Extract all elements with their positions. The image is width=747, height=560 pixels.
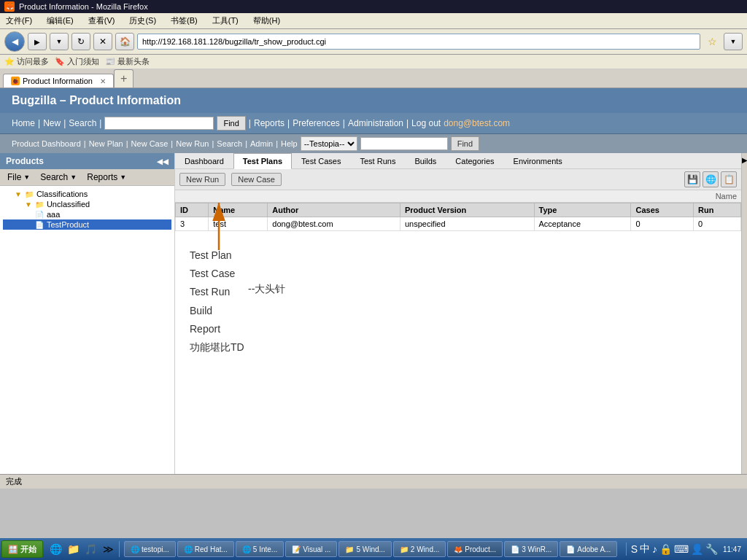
stop-button[interactable]: ✕ xyxy=(93,33,112,50)
sidebar-collapse-button[interactable]: ◀◀ xyxy=(157,158,169,166)
sidebar-file-menu[interactable]: File ▼ xyxy=(3,171,34,184)
browser-tab-product[interactable]: 🐞 Product Information ✕ xyxy=(3,74,114,88)
taskbar-folder-icon[interactable]: 📁 xyxy=(65,541,81,557)
tree-item-unclassified[interactable]: ▼ 📁 Unclassified xyxy=(3,199,171,209)
annotation-line-3: Test Run xyxy=(190,283,244,301)
nav-home[interactable]: Home xyxy=(12,118,35,128)
taskbar-item-testopi[interactable]: 🌐 testopi... xyxy=(124,541,176,557)
bookmark-visited[interactable]: ⭐ 访问最多 xyxy=(4,56,49,67)
testopia-select[interactable]: --Testopia-- xyxy=(301,136,357,151)
nav-product-dashboard[interactable]: Product Dashboard xyxy=(12,139,81,148)
menu-file[interactable]: 文件(F) xyxy=(3,15,35,27)
table-row[interactable]: 3 test dong@btest.com unspecified Accept… xyxy=(176,217,741,231)
back-button[interactable]: ◀ xyxy=(4,31,25,52)
top-search-input[interactable] xyxy=(104,117,214,130)
menu-bookmarks[interactable]: 书签(B) xyxy=(168,15,201,27)
tab-test-plans[interactable]: Test Plans xyxy=(233,153,292,169)
taskbar-item-redhat[interactable]: 🌐 Red Hat... xyxy=(177,541,234,557)
tray-icon-keyboard[interactable]: ⌨ xyxy=(674,543,689,555)
dropdown-history-button[interactable]: ▼ xyxy=(50,33,69,50)
menu-edit[interactable]: 编辑(E) xyxy=(44,15,77,27)
address-bar[interactable] xyxy=(137,34,700,50)
menu-help[interactable]: 帮助(H) xyxy=(250,15,283,27)
new-case-button[interactable]: New Case xyxy=(231,173,282,186)
tab-test-runs[interactable]: Test Runs xyxy=(350,153,405,168)
taskbar-media-icon[interactable]: 🎵 xyxy=(82,541,98,557)
nav-user[interactable]: dong@btest.com xyxy=(444,118,510,128)
tray-icon-settings[interactable]: 🔧 xyxy=(705,543,718,555)
start-button[interactable]: 🪟 开始 xyxy=(1,540,43,558)
taskbar-ie-icon[interactable]: 🌐 xyxy=(47,541,63,557)
sidebar-reports-menu[interactable]: Reports ▼ xyxy=(82,171,131,184)
forward-button[interactable]: ▶ xyxy=(28,33,47,50)
menu-history[interactable]: 历史(S) xyxy=(126,15,159,27)
nav-help[interactable]: Help xyxy=(281,139,298,148)
taskbar-item-visual[interactable]: 📝 Visual ... xyxy=(285,541,337,557)
tray-icon-s[interactable]: S xyxy=(631,543,638,555)
nav-menu-button[interactable]: ▼ xyxy=(724,33,743,50)
save-icon-button[interactable]: 💾 xyxy=(684,171,700,187)
tray-icon-lock[interactable]: 🔒 xyxy=(659,543,672,555)
taskbar-item-product[interactable]: 🦊 Product... xyxy=(447,541,503,557)
bookmark-icon-3: 📰 xyxy=(105,57,115,66)
taskbar-extra-icon[interactable]: ≫ xyxy=(100,541,116,557)
taskbar-item-icon-5: 📁 xyxy=(345,545,354,553)
second-find-button[interactable]: Find xyxy=(451,136,479,151)
nav-search[interactable]: Search xyxy=(69,118,96,128)
bookmark-news[interactable]: 📰 最新头条 xyxy=(105,56,150,67)
tree-label: Unclassified xyxy=(47,200,90,209)
taskbar-item-wind1[interactable]: 📁 5 Wind... xyxy=(338,541,391,557)
tree-item-aaa[interactable]: 📄 aaa xyxy=(3,209,171,219)
menu-tools[interactable]: 工具(T) xyxy=(209,15,241,27)
refresh-icon-button[interactable]: 🌐 xyxy=(703,171,719,187)
home-button[interactable]: 🏠 xyxy=(115,33,134,50)
nav-search-2[interactable]: Search xyxy=(217,139,242,148)
nav-administration[interactable]: Administration xyxy=(348,118,403,128)
tab-test-cases[interactable]: Test Cases xyxy=(292,153,350,168)
menu-view[interactable]: 查看(V) xyxy=(85,15,118,27)
firefox-icon: 🦊 xyxy=(4,1,15,12)
sidebar-title: Products xyxy=(6,156,44,166)
title-bar: 🦊 Product Information - Mozilla Firefox xyxy=(0,0,747,13)
taskbar-item-adobe[interactable]: 📄 Adobe A... xyxy=(560,541,617,557)
tab-categories[interactable]: Categories xyxy=(446,153,503,168)
sidebar-search-menu[interactable]: Search ▼ xyxy=(36,171,81,184)
reload-button[interactable]: ↻ xyxy=(71,33,90,50)
tree-item-testproduct[interactable]: 📄 TestProduct xyxy=(3,219,171,230)
nav-new-case[interactable]: New Case xyxy=(131,139,169,148)
tab-environments[interactable]: Environments xyxy=(504,153,572,168)
taskbar-item-wind2[interactable]: 📁 2 Wind... xyxy=(393,541,446,557)
taskbar-item-winr[interactable]: 📄 3 WinR... xyxy=(504,541,558,557)
nav-reports[interactable]: Reports xyxy=(254,118,285,128)
second-search-input[interactable] xyxy=(360,137,448,150)
nav-new-run[interactable]: New Run xyxy=(176,139,209,148)
top-find-button[interactable]: Find xyxy=(217,116,245,131)
nav-preferences[interactable]: Preferences xyxy=(293,118,340,128)
nav-bar: ◀ ▶ ▼ ↻ ✕ 🏠 ☆ ▼ xyxy=(0,29,747,55)
tab-bar: 🐞 Product Information ✕ + xyxy=(0,69,747,88)
annotation-arrow xyxy=(208,203,230,256)
tray-icon-zh[interactable]: 中 xyxy=(640,542,650,556)
right-panel-expand[interactable]: ▶ xyxy=(742,156,748,164)
new-run-button[interactable]: New Run xyxy=(179,173,225,186)
new-tab-button[interactable]: + xyxy=(114,69,133,88)
tray-icon-user[interactable]: 👤 xyxy=(691,543,703,555)
content-area: Products ◀◀ File ▼ Search ▼ Reports ▼ xyxy=(0,153,747,474)
taskbar-item-label-1: testopi... xyxy=(142,545,169,553)
col-cases: Cases xyxy=(631,203,694,217)
tree-label: aaa xyxy=(47,210,60,219)
print-icon-button[interactable]: 📋 xyxy=(721,171,737,187)
bookmark-star-button[interactable]: ☆ xyxy=(703,34,721,50)
bookmark-intro[interactable]: 🔖 入门须知 xyxy=(55,56,99,67)
annotation-overlay: Test Plan Test Case Test Run Build Repor… xyxy=(190,246,244,357)
taskbar-item-inte[interactable]: 🌐 5 Inte... xyxy=(236,541,284,557)
nav-admin[interactable]: Admin xyxy=(250,139,273,148)
tab-dashboard[interactable]: Dashboard xyxy=(175,153,233,168)
tray-icon-music[interactable]: ♪ xyxy=(652,543,657,555)
nav-new[interactable]: New xyxy=(43,118,61,128)
tab-builds[interactable]: Builds xyxy=(405,153,446,168)
tab-close-button[interactable]: ✕ xyxy=(100,77,106,85)
nav-new-plan[interactable]: New Plan xyxy=(89,139,123,148)
tree-item-classifications[interactable]: ▼ 📁 Classifications xyxy=(3,189,171,199)
cell-author: dong@btest.com xyxy=(268,217,400,231)
